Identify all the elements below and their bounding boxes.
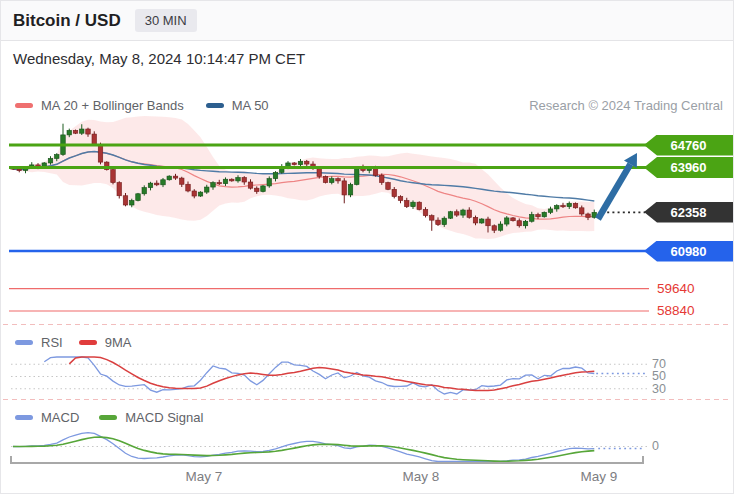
rsi-axis-30: 30 xyxy=(652,382,666,396)
chart-canvas xyxy=(1,1,734,494)
support-level-tag: 60980 xyxy=(644,241,733,262)
support-level-label: 58840 xyxy=(657,303,695,318)
macd-axis-zero: 0 xyxy=(652,439,659,453)
rsi-9ma-line xyxy=(69,357,594,391)
trading-central-chart-card: Bitcoin / USD 30 MIN Wednesday, May 8, 2… xyxy=(0,0,734,494)
resistance-level-tag: 64760 xyxy=(644,135,733,156)
support-level-label: 59640 xyxy=(657,281,695,296)
x-tick-may8: May 8 xyxy=(386,469,456,484)
price-panel xyxy=(11,116,597,239)
bullish-arrow xyxy=(598,153,637,219)
last-price-tag: 62358 xyxy=(644,202,733,223)
x-tick-may9: May 9 xyxy=(564,469,634,484)
x-tick-may7: May 7 xyxy=(169,469,239,484)
macd-signal-line xyxy=(13,437,594,461)
resistance-level-tag: 63960 xyxy=(644,157,733,178)
